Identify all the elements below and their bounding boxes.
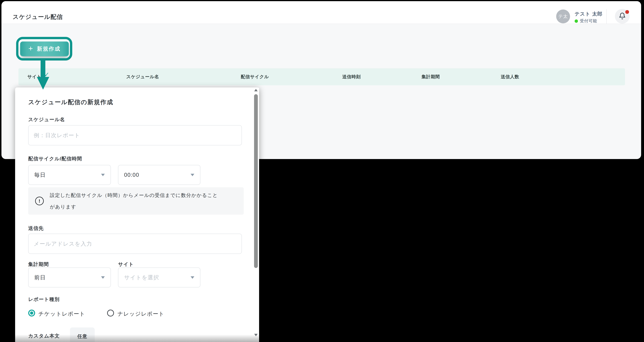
top-bar <box>2 1 641 24</box>
time-select-value: 00:00 <box>124 172 190 178</box>
notification-badge-dot <box>625 10 629 14</box>
screenshot-root: スケジュール配信 テ太 テスト 太郎 受付可能 サイト ✓ スケジュール名 配信… <box>0 0 644 342</box>
create-new-button[interactable]: + 新規作成 <box>20 42 69 56</box>
radio-ticket-report[interactable] <box>28 309 35 316</box>
cycle-select[interactable]: 毎日 <box>28 165 111 185</box>
scrollbar-thumb[interactable] <box>254 94 258 268</box>
plus-icon: + <box>28 45 33 52</box>
user-status[interactable]: 受付可能 <box>574 18 597 24</box>
chevron-down-icon <box>101 174 105 176</box>
radio-ticket-report-label[interactable]: チケットレポート <box>38 310 85 317</box>
radio-knowledge-report[interactable] <box>107 309 114 316</box>
annotation-arrow-shaft <box>40 60 45 77</box>
period-select[interactable]: 前日 <box>28 267 111 287</box>
avatar[interactable]: テ太 <box>556 10 570 23</box>
delivery-delay-notice: ! 設定した配信サイクル（時間）からメールの受信までに数分かかること があります <box>28 187 244 215</box>
create-new-label: 新規作成 <box>37 45 60 53</box>
table-header-time[interactable]: 送信時刻 <box>342 74 361 80</box>
cycle-select-value: 毎日 <box>34 171 101 179</box>
header-divider <box>606 9 606 24</box>
time-select[interactable]: 00:00 <box>118 165 200 185</box>
table-header-schedule[interactable]: スケジュール名 <box>126 74 159 80</box>
table-header-row <box>18 68 625 85</box>
status-label: 受付可能 <box>580 18 597 24</box>
avatar-initials: テ太 <box>558 14 568 20</box>
site-label: サイト <box>118 261 134 268</box>
cycle-time-label: 配信サイクル/配信時間 <box>28 155 82 162</box>
chevron-down-icon <box>101 276 105 279</box>
site-select[interactable]: サイトを選択 <box>118 267 200 287</box>
table-header-count[interactable]: 送信人数 <box>501 74 519 80</box>
annotation-arrow-down-icon <box>37 77 49 90</box>
chevron-down-icon <box>190 276 194 279</box>
radio-knowledge-report-label[interactable]: ナレッジレポート <box>118 310 164 317</box>
recipient-input[interactable] <box>28 234 242 254</box>
user-name: テスト 太郎 <box>574 11 602 17</box>
recipient-label: 送信先 <box>28 225 44 232</box>
table-header-cycle[interactable]: 配信サイクル <box>241 74 269 80</box>
period-label: 集計期間 <box>28 261 49 268</box>
screenshot-bottom-edge <box>15 334 259 342</box>
create-schedule-modal: スケジュール配信の新規作成 スケジュール名 配信サイクル/配信時間 毎日 00:… <box>15 88 259 342</box>
status-dot-icon <box>574 20 578 23</box>
info-icon: ! <box>35 197 44 205</box>
schedule-name-label: スケジュール名 <box>28 116 65 123</box>
schedule-name-input[interactable] <box>28 125 242 145</box>
bell-icon <box>619 12 626 21</box>
site-select-placeholder: サイトを選択 <box>124 274 190 281</box>
table-header-period[interactable]: 集計期間 <box>422 74 440 80</box>
modal-title: スケジュール配信の新規作成 <box>28 98 113 106</box>
period-select-value: 前日 <box>34 274 101 281</box>
page-title: スケジュール配信 <box>13 13 63 21</box>
scrollbar-up-icon[interactable] <box>254 89 258 91</box>
report-type-label: レポート種別 <box>28 296 60 303</box>
notice-text: 設定した配信サイクル（時間）からメールの受信までに数分かかること があります <box>50 189 218 212</box>
chevron-down-icon <box>190 174 194 176</box>
